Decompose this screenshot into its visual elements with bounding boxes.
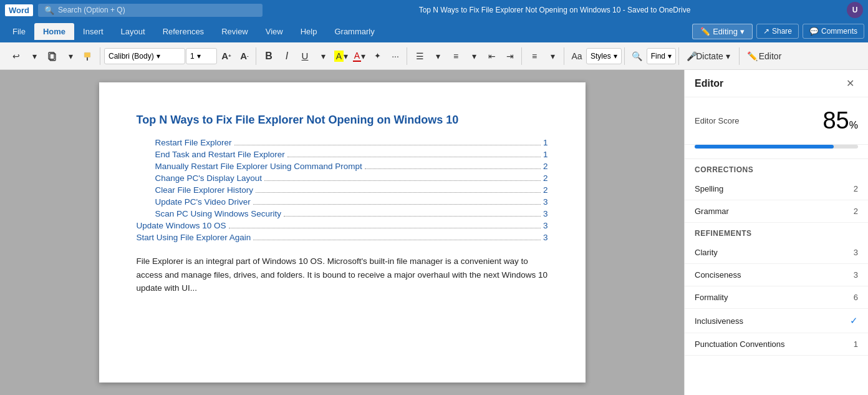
toc-dots-3 — [365, 168, 541, 169]
redo-button[interactable] — [44, 47, 61, 65]
tab-file[interactable]: File — [4, 23, 34, 40]
toc-num-6: 3 — [543, 197, 548, 207]
decrease-font-button[interactable]: A- — [236, 47, 253, 65]
toc-dots-1 — [234, 145, 541, 145]
tab-help[interactable]: Help — [292, 23, 326, 40]
correction-spelling[interactable]: Spelling 2 — [685, 178, 868, 200]
search-input[interactable] — [58, 6, 245, 14]
tab-references[interactable]: References — [154, 23, 213, 40]
italic-button[interactable]: I — [278, 47, 296, 65]
word-logo: Word — [5, 4, 33, 16]
undo-button[interactable]: ↩ — [7, 47, 25, 65]
refinements-header: Refinements — [685, 223, 868, 241]
font-group: Calibri (Body) ▾ 1 ▾ A+ A- — [102, 47, 256, 65]
grammar-label: Grammar — [695, 207, 729, 216]
align-button[interactable]: ≡ — [526, 47, 543, 65]
ordered-list-dropdown[interactable]: ▾ — [465, 47, 483, 65]
share-button[interactable]: ↗ Share — [756, 24, 799, 39]
corrections-header: Corrections — [685, 159, 868, 178]
tab-view[interactable]: View — [257, 23, 292, 40]
toc-dots-8 — [229, 228, 541, 228]
unordered-list-dropdown[interactable]: ▾ — [429, 47, 446, 65]
toc-num-3: 2 — [543, 162, 548, 171]
font-name-select[interactable]: Calibri (Body) ▾ — [104, 48, 185, 64]
align-dropdown[interactable]: ▾ — [544, 47, 561, 65]
styles-group: Aa Styles ▾ — [566, 47, 625, 65]
redo-dropdown[interactable]: ▾ — [62, 47, 79, 65]
find-select[interactable]: Find ▾ — [647, 48, 676, 64]
unordered-list-button[interactable]: ☰ — [411, 47, 428, 65]
format-painter-icon — [84, 51, 94, 61]
refinement-conciseness[interactable]: Conciseness 3 — [685, 264, 868, 286]
conciseness-label: Conciseness — [695, 270, 741, 280]
styles-select[interactable]: Styles ▾ — [586, 48, 622, 64]
toc-dots-7 — [284, 216, 541, 217]
dictate-button[interactable]: Dictate — [701, 47, 718, 65]
comments-button[interactable]: 💬 Comments — [803, 24, 864, 39]
editing-button[interactable]: ✏️ Editing ▾ — [692, 24, 753, 39]
format-group: B I U ▾ A▾ A▾ ✦ ··· — [258, 47, 407, 65]
share-icon: ↗ — [763, 27, 769, 36]
increase-font-button[interactable]: A+ — [218, 47, 235, 65]
avatar[interactable]: U — [847, 2, 863, 18]
chevron-down-icon: ▾ — [740, 27, 745, 36]
check-icon: ✓ — [850, 315, 858, 326]
toc-item-5: Clear File Explorer History 2 — [155, 185, 548, 195]
align-group: ≡ ▾ — [523, 47, 564, 65]
toc-num-7: 3 — [543, 209, 548, 218]
ribbon-right-actions: ✏️ Editing ▾ ↗ Share 💬 Comments — [692, 24, 864, 39]
pencil-icon: ✏️ — [700, 27, 710, 36]
editor-panel: Editor ✕ Editor Score 85% Corrections Sp… — [684, 70, 868, 395]
comments-label: Comments — [821, 27, 857, 36]
correction-grammar[interactable]: Grammar 2 — [685, 200, 868, 223]
undo-redo-group: ↩ ▾ ▾ — [5, 47, 100, 65]
editor-score-label: Editor Score — [695, 116, 740, 125]
font-color-button[interactable]: A▾ — [350, 47, 368, 65]
tab-grammarly[interactable]: Grammarly — [326, 23, 383, 40]
refinement-punctuation[interactable]: Punctuation Conventions 1 — [685, 333, 868, 356]
grammar-count: 2 — [854, 207, 858, 216]
editor-score-value: 85% — [822, 107, 858, 134]
editor-group: ✏️ Editor — [741, 47, 781, 65]
underline-dropdown[interactable]: ▾ — [314, 47, 332, 65]
undo-dropdown[interactable]: ▾ — [26, 47, 43, 65]
editor-toolbar-label: Editor — [759, 51, 782, 61]
inclusiveness-label: Inclusiveness — [695, 316, 743, 326]
font-name-label: Calibri (Body) — [109, 52, 154, 61]
spelling-count: 2 — [854, 184, 858, 193]
ordered-list-button[interactable]: ≡ — [447, 47, 465, 65]
score-percent: % — [849, 120, 858, 130]
search-bar[interactable]: 🔍 — [38, 4, 263, 17]
close-editor-button[interactable]: ✕ — [842, 76, 858, 90]
editor-toolbar-button[interactable]: Editor — [761, 47, 779, 65]
document-area[interactable]: Top N Ways to Fix File Explorer Not Open… — [0, 70, 684, 395]
format-painter-button[interactable] — [80, 47, 97, 65]
refinement-clarity[interactable]: Clarity 3 — [685, 241, 868, 264]
refinement-inclusiveness[interactable]: Inclusiveness ✓ — [685, 309, 868, 333]
tab-insert[interactable]: Insert — [74, 23, 112, 40]
dictate-dropdown[interactable]: ▾ — [719, 47, 736, 65]
clarity-label: Clarity — [695, 248, 718, 257]
font-size-select[interactable]: 1 ▾ — [186, 48, 217, 64]
highlight-button[interactable]: A▾ — [332, 47, 350, 65]
decrease-indent-button[interactable]: ⇤ — [483, 47, 501, 65]
tab-layout[interactable]: Layout — [112, 23, 154, 40]
increase-indent-button[interactable]: ⇥ — [501, 47, 519, 65]
tab-review[interactable]: Review — [213, 23, 257, 40]
document-body: File Explorer is an integral part of Win… — [137, 255, 548, 295]
toc-item-4: Change PC's Display Layout 2 — [155, 173, 548, 183]
toc-dots-5 — [256, 192, 541, 193]
find-dropdown-icon: ▾ — [668, 52, 672, 61]
refinement-formality[interactable]: Formality 6 — [685, 286, 868, 309]
tab-home[interactable]: Home — [34, 23, 74, 40]
bold-button[interactable]: B — [260, 47, 277, 65]
dictate-group: 🎤 Dictate ▾ — [680, 47, 740, 65]
clear-format-button[interactable]: ✦ — [369, 47, 386, 65]
toc-num-1: 1 — [543, 138, 548, 147]
more-format-button[interactable]: ··· — [387, 47, 404, 65]
score-bar-background — [695, 145, 858, 149]
formality-label: Formality — [695, 293, 728, 302]
toc-label-7: Scan PC Using Windows Security — [155, 209, 282, 218]
toc-item-1: Restart File Explorer 1 — [155, 138, 548, 147]
underline-button[interactable]: U — [296, 47, 314, 65]
